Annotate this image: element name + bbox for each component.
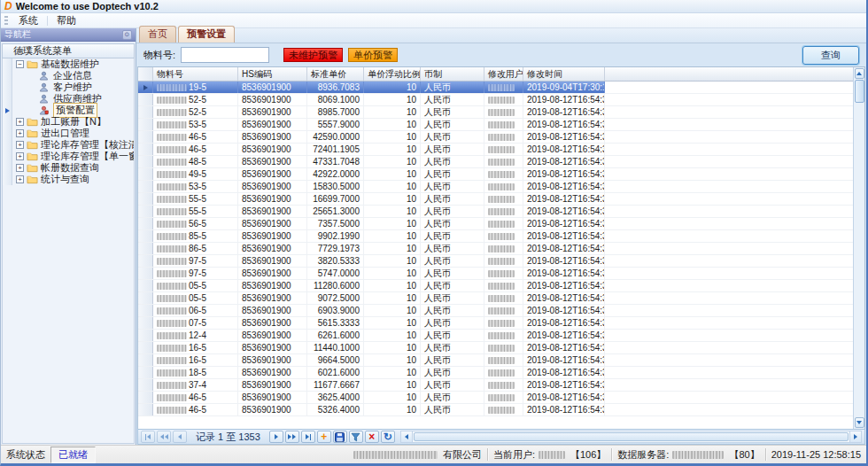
save-button[interactable] bbox=[333, 431, 347, 443]
price-alert-button[interactable]: 单价预警 bbox=[348, 48, 398, 62]
menu-system[interactable]: 系统 bbox=[12, 13, 45, 28]
prev-record-button[interactable] bbox=[173, 431, 187, 443]
cell-filler bbox=[605, 367, 853, 378]
column-header-unit-price[interactable]: 标准单价 bbox=[307, 67, 364, 81]
cell-price-float-ratio: 10 bbox=[364, 255, 421, 267]
table-row[interactable]: 85-585369019009902.199010人民币2019-08-12T1… bbox=[138, 230, 853, 243]
column-header-modified-time[interactable]: 修改时间 bbox=[523, 67, 605, 81]
tab-home[interactable]: 首页 bbox=[139, 26, 176, 43]
record-navigator: 记录 1 至 1353+×↻ bbox=[137, 429, 865, 445]
person-alert-icon bbox=[39, 105, 50, 115]
tree-expander-icon[interactable]: − bbox=[16, 60, 24, 68]
table-row[interactable]: 55-5853690190016699.700010人民币2019-08-12T… bbox=[138, 193, 853, 206]
table-row[interactable]: 97-585369019005747.000010人民币2019-08-12T1… bbox=[138, 268, 853, 280]
cell-hs-code: 8536901900 bbox=[238, 354, 307, 366]
cell-material: 52-5 bbox=[153, 94, 238, 105]
nav-root-menu[interactable]: 德璞系统菜单 bbox=[2, 43, 135, 58]
table-row[interactable]: 05-585369019009072.500010人民币2019-08-12T1… bbox=[138, 292, 853, 305]
table-row[interactable]: 07-585369019005615.333310人民币2019-08-12T1… bbox=[138, 317, 853, 330]
table-row[interactable]: 48-5853690190047331.704810人民币2019-08-12T… bbox=[138, 156, 853, 168]
company-name-redacted bbox=[353, 451, 438, 459]
table-row[interactable]: 53-585369019005557.900010人民币2019-08-12T1… bbox=[138, 119, 853, 131]
scroll-down-button[interactable] bbox=[855, 417, 864, 428]
scroll-up-button[interactable] bbox=[855, 68, 864, 79]
scroll-left-button[interactable] bbox=[401, 431, 413, 442]
table-row[interactable]: 06-585369019006903.900010人民币2019-08-12T1… bbox=[138, 305, 853, 317]
table-row[interactable]: 52-585369019008985.700010人民币2019-08-12T1… bbox=[138, 106, 853, 119]
table-row[interactable]: 86-585369019007729.197310人民币2019-08-12T1… bbox=[138, 243, 853, 255]
query-button[interactable]: 查询 bbox=[802, 46, 859, 65]
person-icon bbox=[39, 94, 50, 104]
vertical-scrollbar[interactable] bbox=[853, 67, 864, 429]
tree-expander-icon[interactable]: + bbox=[16, 141, 24, 149]
table-row[interactable]: 49-5853690190042922.000010人民币2019-08-12T… bbox=[138, 168, 853, 181]
unmaintained-alert-button[interactable]: 未维护预警 bbox=[283, 48, 343, 62]
table-row[interactable]: 97-585369019003820.533310人民币2019-08-12T1… bbox=[138, 255, 853, 268]
column-header-hs-code[interactable]: HS编码 bbox=[238, 67, 307, 81]
column-header-currency[interactable]: 币制 bbox=[421, 67, 484, 81]
sidebar-item-10[interactable]: +统计与查询 bbox=[3, 174, 134, 185]
redacted-user bbox=[488, 320, 515, 327]
cell-unit-price: 42922.0000 bbox=[307, 168, 364, 180]
column-header-material[interactable]: 物料号 bbox=[153, 67, 238, 81]
table-row[interactable]: 53-5853690190015830.500010人民币2019-08-12T… bbox=[138, 181, 853, 193]
table-row[interactable]: 46-5853690190072401.190510人民币2019-08-12T… bbox=[138, 144, 853, 156]
table-row[interactable]: 12-485369019006261.600010人民币2019-08-12T1… bbox=[138, 330, 853, 342]
cell-modified-by bbox=[484, 305, 523, 316]
grid-header-row: 物料号HS编码标准单价单价浮动比例%币制修改用户修改时间 bbox=[138, 67, 853, 82]
table-row[interactable]: 37-4853690190011677.666710人民币2019-08-12T… bbox=[138, 379, 853, 392]
scroll-right-button[interactable] bbox=[849, 431, 861, 442]
table-row[interactable]: 16-585369019009664.500010人民币2019-08-12T1… bbox=[138, 354, 853, 367]
cell-filler bbox=[605, 156, 853, 167]
column-header-price-float-ratio[interactable]: 单价浮动比例% bbox=[364, 67, 421, 81]
menu-help[interactable]: 帮助 bbox=[50, 13, 83, 28]
cell-filler bbox=[605, 305, 853, 316]
last-record-button[interactable] bbox=[301, 431, 315, 443]
vscroll-thumb[interactable] bbox=[855, 80, 864, 103]
first-record-button[interactable] bbox=[141, 431, 155, 443]
hscroll-thumb[interactable] bbox=[414, 432, 849, 441]
table-row[interactable]: 46-585369019003625.400010人民币2019-08-12T1… bbox=[138, 392, 853, 404]
cell-filler bbox=[605, 354, 853, 366]
next-page-button[interactable] bbox=[285, 431, 299, 443]
cell-hs-code: 8536901900 bbox=[238, 404, 307, 416]
filter-button[interactable] bbox=[349, 431, 363, 443]
horizontal-scrollbar[interactable] bbox=[400, 431, 862, 443]
table-row[interactable]: 52-585369019008069.100010人民币2019-08-12T1… bbox=[138, 94, 853, 106]
cancel-filter-button[interactable]: × bbox=[365, 431, 379, 443]
cell-modified-by bbox=[484, 268, 523, 279]
material-input[interactable] bbox=[181, 47, 269, 63]
column-header-modified-by[interactable]: 修改用户 bbox=[484, 67, 523, 81]
tree-expander-icon[interactable]: + bbox=[16, 164, 24, 172]
cell-currency: 人民币 bbox=[421, 144, 484, 155]
append-record-button[interactable]: + bbox=[317, 431, 331, 443]
tree-expander-icon[interactable]: + bbox=[16, 175, 24, 183]
cell-filler bbox=[605, 144, 853, 155]
tree-expander-icon[interactable]: + bbox=[16, 118, 24, 126]
cell-material: 06-5 bbox=[153, 305, 238, 316]
selected-row-pointer-icon bbox=[143, 85, 148, 90]
tree-expander-icon[interactable]: + bbox=[16, 152, 24, 160]
row-indicator-cell bbox=[138, 404, 153, 416]
prev-page-button[interactable] bbox=[157, 431, 171, 443]
table-row[interactable]: 55-5853690190025651.300010人民币2019-08-12T… bbox=[138, 206, 853, 218]
table-row[interactable]: 16-5853690190011440.100010人民币2019-08-12T… bbox=[138, 342, 853, 354]
table-row[interactable]: 19-585369019008936.708310人民币2019-09-04T1… bbox=[138, 82, 853, 94]
next-record-button[interactable] bbox=[269, 431, 283, 443]
cell-currency: 人民币 bbox=[421, 243, 484, 254]
table-row[interactable]: 05-5853690190011280.600010人民币2019-08-12T… bbox=[138, 280, 853, 292]
cell-currency: 人民币 bbox=[421, 379, 484, 391]
cell-filler bbox=[605, 255, 853, 267]
table-row[interactable]: 46-585369019005326.400010人民币2019-08-12T1… bbox=[138, 404, 853, 416]
cell-price-float-ratio: 10 bbox=[364, 317, 421, 329]
tree-expander-icon[interactable]: + bbox=[16, 129, 24, 137]
table-row[interactable]: 46-5853690190042590.000010人民币2019-08-12T… bbox=[138, 131, 853, 144]
table-row[interactable]: 56-585369019007357.500010人民币2019-08-12T1… bbox=[138, 218, 853, 230]
tab-alert-settings[interactable]: 预警设置 bbox=[178, 26, 235, 43]
redacted-material-prefix bbox=[157, 258, 187, 265]
pin-icon[interactable]: ⊙ bbox=[122, 30, 132, 40]
row-indicator-cell bbox=[138, 268, 153, 279]
refresh-button[interactable]: ↻ bbox=[381, 431, 395, 443]
table-row[interactable]: 18-585369019006021.600010人民币2019-08-12T1… bbox=[138, 367, 853, 379]
cell-price-float-ratio: 10 bbox=[364, 193, 421, 205]
